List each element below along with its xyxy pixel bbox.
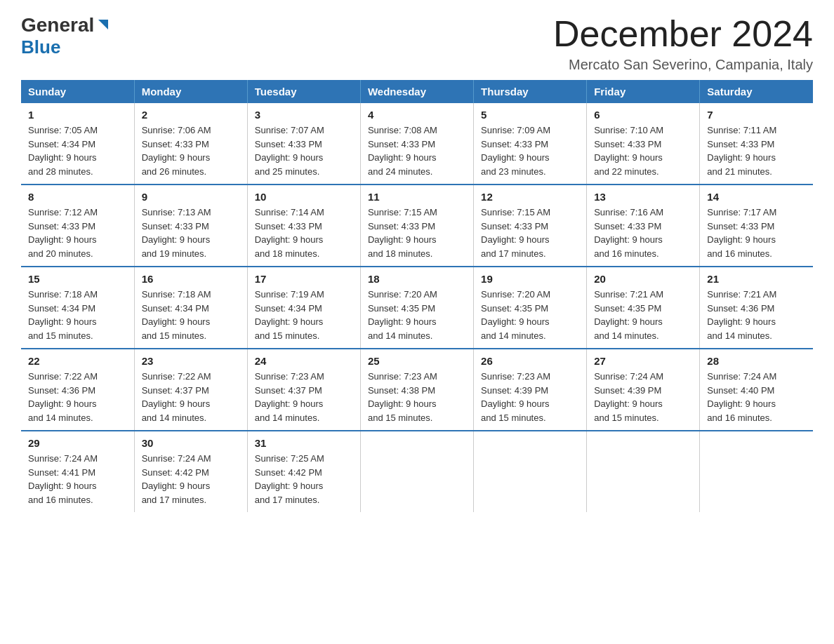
calendar-cell: 19 Sunrise: 7:20 AMSunset: 4:35 PMDaylig… <box>474 267 587 349</box>
calendar-cell: 26 Sunrise: 7:23 AMSunset: 4:39 PMDaylig… <box>474 349 587 431</box>
day-info: Sunrise: 7:10 AMSunset: 4:33 PMDaylight:… <box>594 123 692 178</box>
day-number: 27 <box>594 355 692 367</box>
calendar-cell: 24 Sunrise: 7:23 AMSunset: 4:37 PMDaylig… <box>247 349 360 431</box>
day-number: 12 <box>481 191 579 203</box>
calendar-cell: 28 Sunrise: 7:24 AMSunset: 4:40 PMDaylig… <box>700 349 813 431</box>
col-header-saturday: Saturday <box>700 80 813 103</box>
calendar-week-row: 29 Sunrise: 7:24 AMSunset: 4:41 PMDaylig… <box>21 431 813 512</box>
calendar-header-row: SundayMondayTuesdayWednesdayThursdayFrid… <box>21 80 813 103</box>
logo-general: General <box>21 14 94 36</box>
subtitle: Mercato San Severino, Campania, Italy <box>553 57 813 73</box>
calendar-cell <box>474 431 587 512</box>
day-info: Sunrise: 7:22 AMSunset: 4:37 PMDaylight:… <box>142 370 240 424</box>
day-number: 22 <box>28 355 127 367</box>
calendar-cell: 14 Sunrise: 7:17 AMSunset: 4:33 PMDaylig… <box>700 185 813 267</box>
day-info: Sunrise: 7:07 AMSunset: 4:33 PMDaylight:… <box>255 123 353 178</box>
calendar-cell <box>587 431 700 512</box>
day-number: 4 <box>368 109 466 121</box>
col-header-wednesday: Wednesday <box>360 80 473 103</box>
calendar-table: SundayMondayTuesdayWednesdayThursdayFrid… <box>21 80 813 512</box>
calendar-week-row: 8 Sunrise: 7:12 AMSunset: 4:33 PMDayligh… <box>21 185 813 267</box>
calendar-cell: 7 Sunrise: 7:11 AMSunset: 4:33 PMDayligh… <box>700 103 813 185</box>
day-number: 25 <box>368 355 466 367</box>
day-number: 30 <box>142 437 240 449</box>
day-number: 9 <box>142 191 240 203</box>
day-info: Sunrise: 7:24 AMSunset: 4:42 PMDaylight:… <box>142 452 240 507</box>
day-info: Sunrise: 7:20 AMSunset: 4:35 PMDaylight:… <box>481 288 579 342</box>
calendar-cell: 22 Sunrise: 7:22 AMSunset: 4:36 PMDaylig… <box>21 349 134 431</box>
day-info: Sunrise: 7:21 AMSunset: 4:35 PMDaylight:… <box>594 288 692 342</box>
calendar-cell: 13 Sunrise: 7:16 AMSunset: 4:33 PMDaylig… <box>587 185 700 267</box>
day-number: 28 <box>707 355 806 367</box>
day-number: 1 <box>28 109 127 121</box>
calendar-cell <box>360 431 473 512</box>
calendar-cell: 11 Sunrise: 7:15 AMSunset: 4:33 PMDaylig… <box>360 185 473 267</box>
day-info: Sunrise: 7:05 AMSunset: 4:34 PMDaylight:… <box>28 123 127 178</box>
calendar-cell: 8 Sunrise: 7:12 AMSunset: 4:33 PMDayligh… <box>21 185 134 267</box>
col-header-thursday: Thursday <box>474 80 587 103</box>
day-info: Sunrise: 7:22 AMSunset: 4:36 PMDaylight:… <box>28 370 127 424</box>
col-header-monday: Monday <box>134 80 247 103</box>
day-info: Sunrise: 7:16 AMSunset: 4:33 PMDaylight:… <box>594 206 692 260</box>
day-info: Sunrise: 7:25 AMSunset: 4:42 PMDaylight:… <box>255 452 353 507</box>
day-info: Sunrise: 7:12 AMSunset: 4:33 PMDaylight:… <box>28 206 127 260</box>
day-number: 16 <box>142 273 240 285</box>
day-number: 5 <box>481 109 579 121</box>
day-number: 10 <box>255 191 353 203</box>
day-number: 20 <box>594 273 692 285</box>
day-number: 26 <box>481 355 579 367</box>
calendar-cell: 31 Sunrise: 7:25 AMSunset: 4:42 PMDaylig… <box>247 431 360 512</box>
day-number: 2 <box>142 109 240 121</box>
day-number: 15 <box>28 273 127 285</box>
calendar-cell: 18 Sunrise: 7:20 AMSunset: 4:35 PMDaylig… <box>360 267 473 349</box>
calendar-cell: 1 Sunrise: 7:05 AMSunset: 4:34 PMDayligh… <box>21 103 134 185</box>
calendar-cell: 2 Sunrise: 7:06 AMSunset: 4:33 PMDayligh… <box>134 103 247 185</box>
day-number: 8 <box>28 191 127 203</box>
day-number: 7 <box>707 109 806 121</box>
calendar-cell: 30 Sunrise: 7:24 AMSunset: 4:42 PMDaylig… <box>134 431 247 512</box>
calendar-cell: 20 Sunrise: 7:21 AMSunset: 4:35 PMDaylig… <box>587 267 700 349</box>
day-info: Sunrise: 7:13 AMSunset: 4:33 PMDaylight:… <box>142 206 240 260</box>
day-number: 31 <box>255 437 353 449</box>
day-info: Sunrise: 7:21 AMSunset: 4:36 PMDaylight:… <box>707 288 806 342</box>
svg-marker-0 <box>98 20 108 29</box>
day-number: 23 <box>142 355 240 367</box>
calendar-cell: 15 Sunrise: 7:18 AMSunset: 4:34 PMDaylig… <box>21 267 134 349</box>
day-info: Sunrise: 7:15 AMSunset: 4:33 PMDaylight:… <box>481 206 579 260</box>
day-info: Sunrise: 7:17 AMSunset: 4:33 PMDaylight:… <box>707 206 806 260</box>
day-info: Sunrise: 7:24 AMSunset: 4:41 PMDaylight:… <box>28 452 127 507</box>
calendar-cell: 16 Sunrise: 7:18 AMSunset: 4:34 PMDaylig… <box>134 267 247 349</box>
calendar-cell: 4 Sunrise: 7:08 AMSunset: 4:33 PMDayligh… <box>360 103 473 185</box>
day-number: 11 <box>368 191 466 203</box>
day-info: Sunrise: 7:23 AMSunset: 4:38 PMDaylight:… <box>368 370 466 424</box>
day-number: 21 <box>707 273 806 285</box>
calendar-cell: 21 Sunrise: 7:21 AMSunset: 4:36 PMDaylig… <box>700 267 813 349</box>
day-info: Sunrise: 7:06 AMSunset: 4:33 PMDaylight:… <box>142 123 240 178</box>
calendar-cell: 27 Sunrise: 7:24 AMSunset: 4:39 PMDaylig… <box>587 349 700 431</box>
day-info: Sunrise: 7:18 AMSunset: 4:34 PMDaylight:… <box>28 288 127 342</box>
day-number: 17 <box>255 273 353 285</box>
calendar-week-row: 22 Sunrise: 7:22 AMSunset: 4:36 PMDaylig… <box>21 349 813 431</box>
day-number: 29 <box>28 437 127 449</box>
day-number: 14 <box>707 191 806 203</box>
day-info: Sunrise: 7:24 AMSunset: 4:40 PMDaylight:… <box>707 370 806 424</box>
logo-arrow-icon <box>95 17 111 32</box>
calendar-cell: 5 Sunrise: 7:09 AMSunset: 4:33 PMDayligh… <box>474 103 587 185</box>
day-info: Sunrise: 7:20 AMSunset: 4:35 PMDaylight:… <box>368 288 466 342</box>
day-info: Sunrise: 7:18 AMSunset: 4:34 PMDaylight:… <box>142 288 240 342</box>
day-info: Sunrise: 7:11 AMSunset: 4:33 PMDaylight:… <box>707 123 806 178</box>
calendar-cell: 12 Sunrise: 7:15 AMSunset: 4:33 PMDaylig… <box>474 185 587 267</box>
title-block: December 2024 Mercato San Severino, Camp… <box>553 14 813 73</box>
day-number: 24 <box>255 355 353 367</box>
day-number: 6 <box>594 109 692 121</box>
day-info: Sunrise: 7:08 AMSunset: 4:33 PMDaylight:… <box>368 123 466 178</box>
day-number: 3 <box>255 109 353 121</box>
logo-blue: Blue <box>21 36 60 58</box>
calendar-cell: 17 Sunrise: 7:19 AMSunset: 4:34 PMDaylig… <box>247 267 360 349</box>
page-header: General Blue December 2024 Mercato San S… <box>21 14 813 73</box>
day-info: Sunrise: 7:23 AMSunset: 4:37 PMDaylight:… <box>255 370 353 424</box>
logo: General Blue <box>21 14 111 58</box>
day-info: Sunrise: 7:14 AMSunset: 4:33 PMDaylight:… <box>255 206 353 260</box>
calendar-cell: 23 Sunrise: 7:22 AMSunset: 4:37 PMDaylig… <box>134 349 247 431</box>
calendar-cell: 10 Sunrise: 7:14 AMSunset: 4:33 PMDaylig… <box>247 185 360 267</box>
